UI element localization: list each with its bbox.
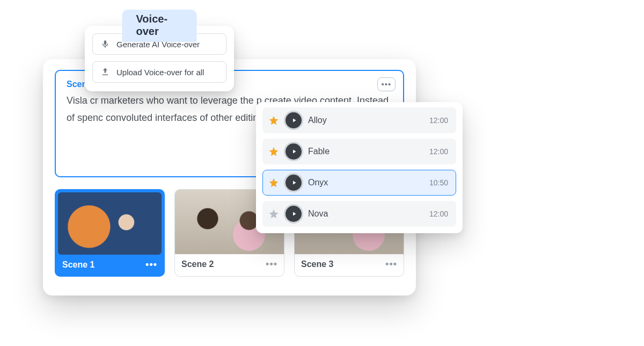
play-icon	[291, 211, 297, 217]
voice-name: Fable	[308, 147, 423, 156]
scene-card[interactable]: Scene 1 •••	[55, 189, 165, 277]
upload-voiceover-label: Upload Voice-over for all	[116, 68, 204, 77]
play-icon	[291, 117, 297, 124]
star-icon[interactable]	[268, 208, 279, 219]
scene-footer: Scene 3 •••	[295, 254, 404, 275]
play-button[interactable]	[286, 175, 302, 191]
play-button[interactable]	[286, 112, 302, 128]
voice-name: Nova	[308, 209, 423, 219]
star-icon[interactable]	[268, 115, 279, 126]
scene-footer: Scene 2 •••	[175, 254, 284, 275]
play-icon	[291, 179, 297, 186]
voice-duration: 12:00	[429, 147, 448, 156]
play-button[interactable]	[286, 206, 302, 222]
play-button[interactable]	[286, 143, 302, 160]
voice-row[interactable]: Fable 12:00	[262, 139, 456, 164]
microphone-icon	[100, 39, 110, 49]
voice-duration: 12:00	[429, 210, 448, 218]
upload-icon	[100, 67, 110, 77]
voice-name: Onyx	[308, 178, 423, 188]
scene-footer: Scene 1 •••	[56, 255, 164, 276]
voice-name: Alloy	[308, 116, 423, 125]
voice-row[interactable]: Nova 12:00	[262, 201, 456, 227]
voiceover-popover: Voice-over Generate AI Voice-over Upload…	[85, 26, 234, 91]
play-icon	[291, 148, 297, 155]
scene-label: Scene 3	[301, 260, 333, 269]
upload-voiceover-button[interactable]: Upload Voice-over for all	[92, 61, 226, 83]
voice-duration: 10:50	[429, 178, 448, 187]
voiceover-tab: Voice-over	[122, 10, 197, 42]
scene-menu-button[interactable]: •••	[266, 258, 277, 270]
star-icon[interactable]	[268, 177, 279, 188]
voice-row[interactable]: Alloy 12:00	[262, 107, 456, 133]
voice-row[interactable]: Onyx 10:50	[262, 170, 456, 196]
scene-menu-button[interactable]: •••	[385, 258, 397, 270]
scene-menu-button[interactable]: •••	[145, 259, 157, 270]
scene-thumbnail	[58, 192, 162, 255]
voice-duration: 12:00	[429, 116, 448, 125]
scene-label: Scene 2	[181, 260, 214, 269]
voice-list-panel: Alloy 12:00 Fable 12:00 Onyx 10:50 Nova …	[256, 102, 463, 233]
scene-label: Scene 1	[62, 260, 94, 270]
script-more-button[interactable]: •••	[377, 77, 396, 91]
star-icon[interactable]	[268, 146, 279, 157]
